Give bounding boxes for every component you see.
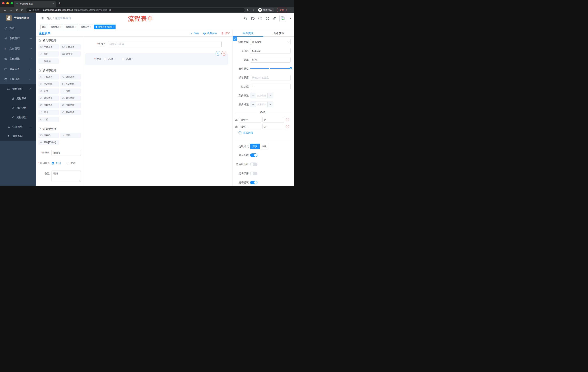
- lib-item-rate[interactable]: 评分: [38, 110, 59, 115]
- font-size-icon[interactable]: TT: [273, 17, 276, 20]
- decrease-button[interactable]: −: [250, 102, 256, 107]
- gender-field-selected[interactable]: *性别 选项一 选项二: [85, 53, 228, 65]
- lib-item-date-picker[interactable]: 日期选择: [38, 103, 59, 108]
- tab-process-definition[interactable]: 流程定义×: [49, 25, 63, 29]
- sidebar-item-payment[interactable]: ¥ 支付管理: [0, 43, 36, 54]
- help-icon[interactable]: ?: [258, 17, 262, 20]
- sidebar-item-task-management[interactable]: 任务管理: [0, 122, 36, 132]
- increase-button[interactable]: +: [267, 102, 273, 107]
- lib-item-switch[interactable]: 开关: [38, 88, 59, 94]
- form-canvas[interactable]: *手机号 *性别 选项一 选项二: [83, 37, 232, 186]
- decrease-button[interactable]: −: [250, 93, 256, 98]
- close-icon[interactable]: ×: [90, 26, 91, 28]
- lib-item-upload[interactable]: 上传: [38, 117, 59, 122]
- browser-tab[interactable]: 芋道管理系统 ×: [14, 1, 56, 7]
- title-input[interactable]: [250, 57, 291, 63]
- lib-item-counter[interactable]: 123计数器: [60, 51, 81, 57]
- lib-item-slider[interactable]: 滑块: [60, 88, 81, 94]
- lib-item-select[interactable]: 下拉选择: [38, 74, 59, 80]
- close-icon[interactable]: ×: [60, 26, 61, 28]
- lib-item-multi-text[interactable]: 多行文本: [60, 44, 81, 50]
- lib-item-radio-group[interactable]: 单选框组: [38, 81, 59, 87]
- style-default-button[interactable]: 默认: [250, 144, 260, 149]
- sidebar-item-home[interactable]: 首页: [0, 23, 36, 33]
- home-icon[interactable]: [21, 9, 24, 11]
- phone-input[interactable]: [108, 41, 221, 47]
- slider-handle[interactable]: [290, 67, 292, 69]
- lib-item-password[interactable]: 密码: [38, 51, 59, 57]
- new-tab-button[interactable]: +: [58, 1, 60, 5]
- lib-item-color-picker[interactable]: 颜色选择: [60, 110, 81, 115]
- gender-option-1[interactable]: 选项一: [104, 57, 116, 61]
- tab-form-props[interactable]: 表单属性: [263, 30, 294, 36]
- sidebar-item-process-form[interactable]: 流程表单: [0, 94, 36, 103]
- minimize-window-button[interactable]: [6, 2, 9, 4]
- caret-down-icon[interactable]: ▾: [290, 17, 291, 20]
- breadcrumb-home[interactable]: 首页: [47, 17, 52, 20]
- drag-handle-icon[interactable]: [235, 118, 238, 121]
- option-label-input[interactable]: [239, 124, 261, 129]
- lib-item-time-picker[interactable]: 时间选择: [38, 96, 59, 101]
- sidebar-item-process-model[interactable]: 流程模型: [0, 113, 36, 122]
- tab-home[interactable]: 首页: [40, 25, 48, 29]
- url-bar[interactable]: 不安全 dashboard.yudao.iocoder.cn/bpm/manag…: [26, 8, 244, 12]
- gender-option-2[interactable]: 选项二: [122, 57, 133, 61]
- remove-option-button[interactable]: −: [286, 125, 289, 128]
- drag-handle-icon[interactable]: [235, 125, 238, 128]
- lib-item-button[interactable]: 按钮: [60, 133, 81, 138]
- tab-process-model[interactable]: 流程模型×: [64, 25, 78, 29]
- user-avatar-broken-image[interactable]: [279, 15, 286, 22]
- option-label-input[interactable]: [239, 117, 261, 122]
- copy-component-button[interactable]: [216, 51, 220, 56]
- checkbox-box[interactable]: [122, 58, 124, 60]
- update-button[interactable]: 更新: [277, 8, 287, 12]
- security-label[interactable]: 不安全: [32, 8, 39, 11]
- status-radio-off[interactable]: 关闭: [67, 160, 75, 166]
- fullscreen-icon[interactable]: [266, 17, 269, 20]
- hamburger-fold-icon[interactable]: [40, 17, 44, 20]
- disabled-toggle[interactable]: [250, 172, 257, 175]
- close-tab-icon[interactable]: ×: [52, 2, 54, 5]
- lib-item-editor[interactable]: 编辑器: [38, 58, 59, 64]
- sidebar-item-leave-query[interactable]: 请假查询: [0, 132, 36, 141]
- increase-button[interactable]: +: [267, 93, 273, 98]
- required-toggle[interactable]: [250, 181, 257, 184]
- lib-item-row-container[interactable]: 行容器: [38, 133, 59, 138]
- reload-icon[interactable]: ↻: [15, 8, 18, 11]
- option-value-input[interactable]: [262, 124, 284, 129]
- password-key-icon[interactable]: [247, 8, 250, 11]
- sidebar-item-user-group[interactable]: 用户分组: [0, 103, 36, 113]
- option-value-input[interactable]: [262, 117, 284, 122]
- lib-item-cascader[interactable]: 级联选择: [60, 74, 81, 80]
- github-icon[interactable]: [251, 17, 254, 20]
- delete-component-button[interactable]: [221, 51, 226, 56]
- style-button-button[interactable]: 按钮: [260, 144, 269, 149]
- grid-slider[interactable]: [250, 68, 291, 69]
- field-name-input[interactable]: [250, 48, 291, 54]
- label-width-input[interactable]: [250, 75, 291, 80]
- sidebar-item-system[interactable]: 系统管理: [0, 33, 36, 43]
- clear-button[interactable]: 清空: [221, 32, 230, 35]
- close-icon[interactable]: ×: [75, 26, 76, 28]
- link-icon[interactable]: [233, 37, 237, 41]
- add-option-button[interactable]: + 添加选项: [234, 131, 291, 135]
- default-value-input[interactable]: [250, 84, 291, 89]
- max-select-input[interactable]: [256, 102, 267, 107]
- zoom-window-button[interactable]: [10, 2, 13, 4]
- lib-item-table[interactable]: 表格[开发中]: [38, 140, 59, 145]
- tab-component-props[interactable]: 组件属性: [233, 30, 263, 36]
- lib-item-single-text[interactable]: 单行文本: [38, 44, 59, 50]
- remark-textarea[interactable]: 嘿嘿: [52, 170, 81, 182]
- checkbox-box[interactable]: [104, 58, 106, 60]
- show-label-toggle[interactable]: [250, 153, 257, 157]
- border-toggle[interactable]: [250, 162, 257, 166]
- lib-item-date-range[interactable]: 日期范围: [60, 103, 81, 108]
- close-window-button[interactable]: [2, 2, 5, 4]
- lib-item-time-range[interactable]: 时间范围: [60, 96, 81, 101]
- back-icon[interactable]: ←: [3, 8, 6, 11]
- form-name-input[interactable]: [52, 150, 81, 156]
- tab-process-form[interactable]: 流程表单×: [79, 25, 93, 29]
- min-select-input[interactable]: [256, 93, 267, 98]
- sidebar-item-workflow[interactable]: 工作流程: [0, 74, 36, 84]
- component-type-select[interactable]: 多选框组: [250, 39, 291, 45]
